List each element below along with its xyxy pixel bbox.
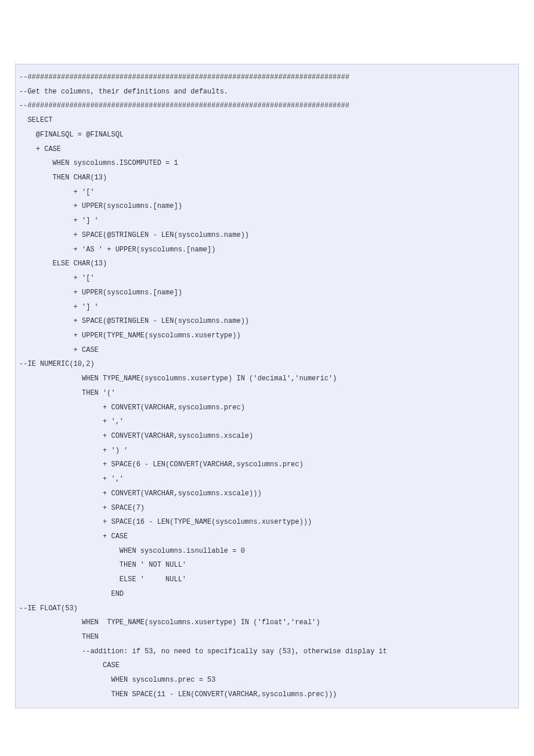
code-line: THEN ' NOT NULL' xyxy=(19,561,186,569)
code-line: + '] ' xyxy=(19,217,99,225)
code-line: + '[' xyxy=(19,188,95,196)
code-line: SELECT xyxy=(19,116,53,124)
code-line: + CONVERT(VARCHAR,syscolumns.xscale))) xyxy=(19,489,262,498)
code-line: THEN CHAR(13) xyxy=(19,174,107,182)
code-line: THEN '(' xyxy=(19,389,116,397)
code-line: --IE NUMERIC(10,2) xyxy=(19,360,95,368)
code-line: --addition: if 53, no need to specifical… xyxy=(19,647,387,656)
code-line: --######################################… xyxy=(19,73,349,81)
code-line: + ') ' xyxy=(19,447,128,455)
code-line: ELSE CHAR(13) xyxy=(19,260,107,268)
code-line: ELSE ' NULL' xyxy=(19,575,186,584)
code-line: --Get the columns, their definitions and… xyxy=(19,88,228,96)
code-line: END xyxy=(19,590,124,598)
code-line: + SPACE(@STRINGLEN - LEN(syscolumns.name… xyxy=(19,317,249,325)
code-line: + SPACE(6 - LEN(CONVERT(VARCHAR,syscolum… xyxy=(19,460,304,469)
code-line: + ',' xyxy=(19,475,124,483)
code-line: WHEN syscolumns.prec = 53 xyxy=(19,676,215,684)
code-line: + 'AS ' + UPPER(syscolumns.[name]) xyxy=(19,246,215,254)
code-line: + CONVERT(VARCHAR,syscolumns.xscale) xyxy=(19,432,253,440)
code-line: + CASE xyxy=(19,346,99,354)
code-block: --######################################… xyxy=(15,64,519,708)
code-line: + SPACE(16 - LEN(TYPE_NAME(syscolumns.xu… xyxy=(19,518,312,526)
code-line: + SPACE(@STRINGLEN - LEN(syscolumns.name… xyxy=(19,231,249,239)
code-line: + SPACE(7) xyxy=(19,504,145,512)
code-line: WHEN syscolumns.isnullable = 0 xyxy=(19,547,245,555)
code-line: + UPPER(syscolumns.[name]) xyxy=(19,202,182,210)
code-line: --IE FLOAT(53) xyxy=(19,604,78,613)
code-line: + CASE xyxy=(19,145,61,153)
code-line: CASE xyxy=(19,661,120,669)
code-line: THEN xyxy=(19,633,99,641)
code-line: + UPPER(TYPE_NAME(syscolumns.xusertype)) xyxy=(19,332,241,340)
code-line: + ',' xyxy=(19,417,124,426)
code-line: @FINALSQL = @FINALSQL xyxy=(19,131,124,139)
code-line: WHEN TYPE_NAME(syscolumns.xusertype) IN … xyxy=(19,618,320,627)
code-line: WHEN syscolumns.ISCOMPUTED = 1 xyxy=(19,159,178,167)
code-line: + '] ' xyxy=(19,303,99,311)
code-line: + CASE xyxy=(19,532,128,541)
code-line: THEN SPACE(11 - LEN(CONVERT(VARCHAR,sysc… xyxy=(19,690,337,699)
code-line: + UPPER(syscolumns.[name]) xyxy=(19,289,182,297)
code-line: WHEN TYPE_NAME(syscolumns.xusertype) IN … xyxy=(19,375,337,383)
code-line: --######################################… xyxy=(19,102,349,110)
code-line: + '[' xyxy=(19,274,95,282)
code-line: + CONVERT(VARCHAR,syscolumns.prec) xyxy=(19,404,245,412)
